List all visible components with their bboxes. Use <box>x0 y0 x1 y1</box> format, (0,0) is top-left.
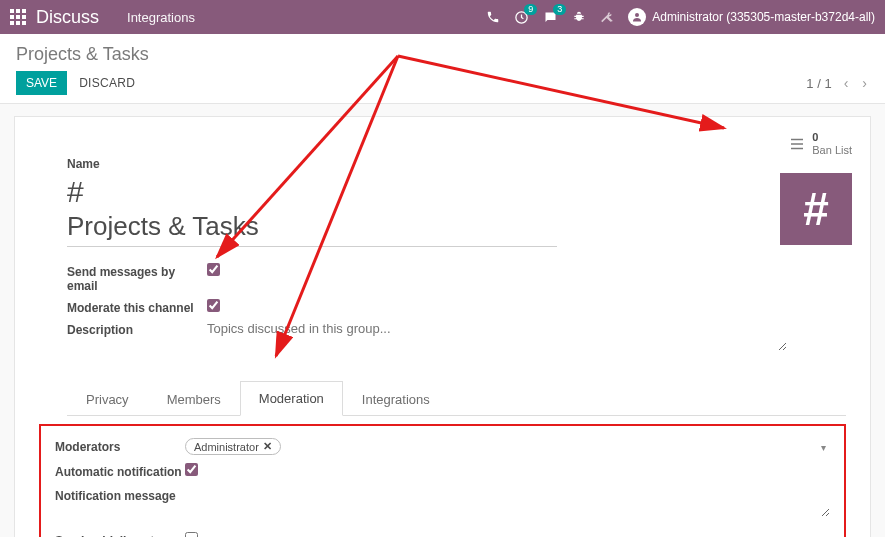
moderator-tag[interactable]: Administrator ✕ <box>185 438 281 455</box>
messages-badge: 3 <box>553 4 566 15</box>
svg-rect-4 <box>16 15 20 19</box>
svg-rect-2 <box>22 9 26 13</box>
ban-list-count: 0 <box>812 131 852 144</box>
dev-tools-icon[interactable] <box>600 10 614 24</box>
moderators-label: Moderators <box>55 438 185 454</box>
topbar-tray: 9 3 <box>486 10 614 25</box>
channel-avatar[interactable]: # <box>780 173 852 245</box>
svg-rect-7 <box>16 21 20 25</box>
auto-notification-label: Automatic notification <box>55 463 185 479</box>
list-icon <box>788 135 806 153</box>
tab-integrations[interactable]: Integrations <box>343 382 449 416</box>
send-guidelines-label: Send guidelines to new subscribers <box>55 532 185 537</box>
user-menu[interactable]: Administrator (335305-master-b372d4-all) <box>628 8 875 26</box>
auto-notification-checkbox[interactable] <box>185 463 198 476</box>
pager: 1 / 1 ‹ › <box>806 75 869 91</box>
avatar-icon <box>628 8 646 26</box>
svg-rect-5 <box>22 15 26 19</box>
moderation-panel: Moderators Administrator ✕ ▾ Automatic n… <box>39 424 846 537</box>
svg-point-10 <box>635 13 639 17</box>
pager-next-icon[interactable]: › <box>860 75 869 91</box>
notification-message-label: Notification message <box>55 487 185 503</box>
phone-icon[interactable] <box>486 10 500 24</box>
dropdown-caret-icon[interactable]: ▾ <box>821 442 826 453</box>
activities-badge: 9 <box>524 4 537 15</box>
messages-icon[interactable]: 3 <box>543 10 558 25</box>
moderate-checkbox[interactable] <box>207 299 220 312</box>
notification-message-textarea[interactable] <box>185 487 830 517</box>
pager-prev-icon[interactable]: ‹ <box>842 75 851 91</box>
tab-privacy[interactable]: Privacy <box>67 382 148 416</box>
debug-icon[interactable] <box>572 10 586 24</box>
description-textarea[interactable] <box>207 321 787 351</box>
discard-button[interactable]: DISCARD <box>79 76 135 90</box>
ban-list-label: Ban List <box>812 144 852 157</box>
tab-members[interactable]: Members <box>148 382 240 416</box>
pager-label: 1 / 1 <box>806 76 831 91</box>
send-email-label: Send messages by email <box>67 263 207 293</box>
send-email-checkbox[interactable] <box>207 263 220 276</box>
tabs: Privacy Members Moderation Integrations <box>67 380 846 416</box>
svg-rect-1 <box>16 9 20 13</box>
hash-prefix: # <box>67 175 84 209</box>
tab-moderation[interactable]: Moderation <box>240 381 343 416</box>
ban-list-stat-button[interactable]: 0 Ban List <box>788 131 852 157</box>
breadcrumb: Projects & Tasks <box>16 44 869 65</box>
form-sheet: 0 Ban List # Name # Send messages by ema… <box>14 116 871 537</box>
moderate-label: Moderate this channel <box>67 299 207 315</box>
app-name[interactable]: Discuss <box>36 7 99 28</box>
channel-name-input[interactable] <box>67 209 557 247</box>
send-guidelines-checkbox[interactable] <box>185 532 198 537</box>
apps-launcher-icon[interactable] <box>10 9 26 25</box>
description-label: Description <box>67 321 207 337</box>
remove-tag-icon[interactable]: ✕ <box>263 440 272 453</box>
svg-rect-3 <box>10 15 14 19</box>
control-bar: Projects & Tasks SAVE DISCARD 1 / 1 ‹ › <box>0 34 885 104</box>
name-label: Name <box>67 157 846 171</box>
activities-icon[interactable]: 9 <box>514 10 529 25</box>
svg-rect-6 <box>10 21 14 25</box>
menu-integrations[interactable]: Integrations <box>127 10 195 25</box>
moderator-tag-text: Administrator <box>194 441 259 453</box>
topbar: Discuss Integrations 9 3 Administrator (… <box>0 0 885 34</box>
save-button[interactable]: SAVE <box>16 71 67 95</box>
user-name: Administrator (335305-master-b372d4-all) <box>652 10 875 24</box>
svg-rect-8 <box>22 21 26 25</box>
svg-rect-0 <box>10 9 14 13</box>
moderators-field[interactable]: Administrator ✕ ▾ <box>185 438 830 455</box>
